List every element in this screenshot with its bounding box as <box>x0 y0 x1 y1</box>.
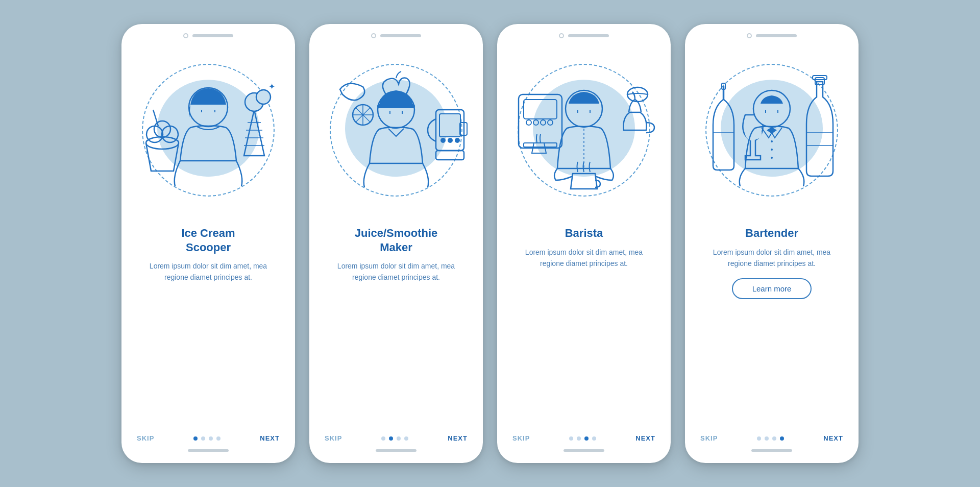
nav-dot-2-1 <box>389 436 393 441</box>
nav-row-1: SKIP NEXT <box>137 434 280 442</box>
blender-icon <box>428 110 467 160</box>
svg-point-38 <box>627 87 648 102</box>
svg-rect-37 <box>524 143 557 147</box>
svg-point-19 <box>448 138 453 143</box>
nav-dot-1-2 <box>209 436 213 441</box>
phone-camera-2 <box>371 33 376 38</box>
phone-camera-1 <box>183 33 188 38</box>
nav-dot-1-0 <box>193 436 198 441</box>
phone-speaker-4 <box>756 34 797 37</box>
text-content-1: Ice CreamScooper Lorem ipsum dolor sit d… <box>121 217 295 427</box>
svg-point-52 <box>771 140 773 142</box>
svg-point-36 <box>548 120 553 125</box>
phone-top-bar-3 <box>497 24 671 38</box>
skip-button-2[interactable]: SKIP <box>325 434 342 442</box>
card-description-1: Lorem ipsum dolor sit dim amet, mea regi… <box>137 260 280 283</box>
home-bar-3 <box>564 449 604 452</box>
phone-speaker-3 <box>568 34 609 37</box>
wine-bottle-left-icon <box>713 83 734 170</box>
svg-point-33 <box>526 120 531 125</box>
phone-speaker-2 <box>380 34 421 37</box>
svg-rect-32 <box>524 100 557 119</box>
phone-top-bar-4 <box>685 24 859 38</box>
card-title-1: Ice CreamScooper <box>181 226 235 254</box>
skip-button-3[interactable]: SKIP <box>512 434 530 442</box>
home-bar-1 <box>188 449 229 452</box>
nav-dot-1-1 <box>201 436 205 441</box>
person-figure-3 <box>554 90 614 180</box>
phone-bottom-3: SKIP NEXT <box>497 427 671 463</box>
ice-cream-cup-icon <box>146 110 179 171</box>
nav-dots-3 <box>569 436 596 441</box>
phone-bottom-4: SKIP NEXT <box>685 427 859 463</box>
illustration-area-1: ✦ <box>121 43 295 217</box>
phones-container: ✦ <box>121 24 859 463</box>
ice-cream-cone-icon: ✦ <box>244 82 275 156</box>
nav-row-3: SKIP NEXT <box>512 434 655 442</box>
svg-point-10 <box>256 90 271 104</box>
illustration-svg-2 <box>309 43 483 217</box>
svg-point-53 <box>771 149 773 151</box>
phone-bottom-1: SKIP NEXT <box>121 427 295 463</box>
next-button-1[interactable]: NEXT <box>260 434 280 442</box>
nav-dot-4-3 <box>780 436 784 441</box>
nav-dot-3-0 <box>569 436 573 441</box>
nav-dot-1-3 <box>216 436 220 441</box>
illustration-svg-4 <box>685 43 859 217</box>
skip-button-4[interactable]: SKIP <box>700 434 718 442</box>
card-title-4: Bartender <box>745 226 798 240</box>
phone-top-bar-2 <box>309 24 483 38</box>
person-figure-4 <box>740 90 804 186</box>
phone-barista: Barista Lorem ipsum dolor sit dim amet, … <box>497 24 671 463</box>
card-title-2: Juice/SmoothieMaker <box>355 226 438 254</box>
phone-ice-cream-scooper: ✦ <box>121 24 295 463</box>
person-figure-1 <box>175 88 242 186</box>
text-content-3: Barista Lorem ipsum dolor sit dim amet, … <box>497 217 671 427</box>
svg-rect-16 <box>439 114 460 137</box>
phone-top-bar-1 <box>121 24 295 38</box>
nav-dot-2-3 <box>404 436 408 441</box>
nav-dot-2-0 <box>381 436 385 441</box>
phone-juice-smoothie: Juice/SmoothieMaker Lorem ipsum dolor si… <box>309 24 483 463</box>
next-button-2[interactable]: NEXT <box>448 434 468 442</box>
illustration-area-3 <box>497 43 671 217</box>
phone-bottom-2: SKIP NEXT <box>309 427 483 463</box>
svg-point-20 <box>455 138 460 143</box>
svg-point-0 <box>146 137 179 149</box>
home-bar-4 <box>751 449 792 452</box>
illustration-svg-3 <box>497 43 671 217</box>
nav-row-2: SKIP NEXT <box>325 434 468 442</box>
illustration-area-2 <box>309 43 483 217</box>
coffee-cup-icon <box>571 162 600 189</box>
nav-dots-2 <box>381 436 408 441</box>
nav-dots-1 <box>193 436 220 441</box>
learn-more-button[interactable]: Learn more <box>732 278 812 299</box>
nav-dot-3-3 <box>592 436 596 441</box>
large-bottle-icon <box>806 76 833 176</box>
nav-dot-4-2 <box>772 436 776 441</box>
svg-text:✦: ✦ <box>268 82 275 91</box>
next-button-4[interactable]: NEXT <box>823 434 843 442</box>
moka-pot-icon <box>624 87 655 133</box>
nav-dot-3-2 <box>584 436 589 441</box>
home-bar-2 <box>376 449 416 452</box>
svg-point-34 <box>533 120 538 125</box>
card-description-2: Lorem ipsum dolor sit dim amet, mea regi… <box>325 260 468 283</box>
svg-rect-17 <box>436 151 464 160</box>
skip-button-1[interactable]: SKIP <box>137 434 154 442</box>
card-title-3: Barista <box>565 226 603 240</box>
nav-dot-2-2 <box>397 436 401 441</box>
text-content-4: Bartender Lorem ipsum dolor sit dim amet… <box>685 217 859 427</box>
svg-point-18 <box>440 138 446 143</box>
nav-dot-4-1 <box>765 436 769 441</box>
nav-dots-4 <box>757 436 784 441</box>
phone-bartender: Bartender Lorem ipsum dolor sit dim amet… <box>685 24 859 463</box>
next-button-3[interactable]: NEXT <box>635 434 655 442</box>
card-description-4: Lorem ipsum dolor sit dim amet, mea regi… <box>700 247 843 270</box>
text-content-2: Juice/SmoothieMaker Lorem ipsum dolor si… <box>309 217 483 427</box>
coffee-machine-icon <box>519 94 562 153</box>
svg-point-35 <box>541 120 546 125</box>
illustration-area-4 <box>685 43 859 217</box>
svg-point-54 <box>771 157 773 159</box>
phone-speaker-1 <box>192 34 233 37</box>
